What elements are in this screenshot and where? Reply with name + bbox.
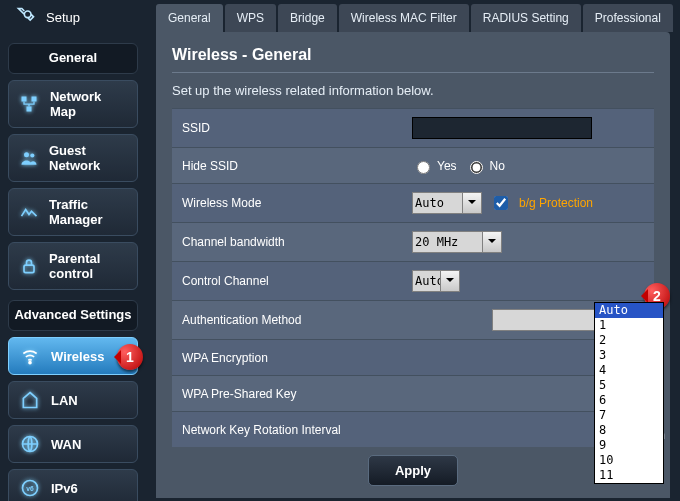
ssid-input[interactable] <box>412 117 592 139</box>
sidebar-section-general: General <box>8 43 138 74</box>
sidebar-item-parental-control[interactable]: Parental control <box>8 242 138 290</box>
tab-radius[interactable]: RADIUS Setting <box>471 4 581 32</box>
bandwidth-select[interactable]: 20 MHz <box>412 231 502 253</box>
control-channel-select[interactable]: Auto <box>412 270 460 292</box>
wpa-psk-label: WPA Pre-Shared Key <box>182 387 412 401</box>
svg-rect-2 <box>27 107 32 112</box>
bandwidth-label: Channel bandwidth <box>182 235 412 249</box>
sidebar-item-network-map[interactable]: Network Map <box>8 80 138 128</box>
svg-rect-5 <box>24 265 34 273</box>
dropdown-option[interactable]: Auto <box>595 303 663 318</box>
svg-text:v6: v6 <box>26 485 34 492</box>
wireless-icon <box>19 346 41 366</box>
hide-ssid-yes[interactable]: Yes <box>412 158 457 174</box>
sidebar-item-label: IPv6 <box>51 481 78 496</box>
row-wpa-encryption: WPA Encryption <box>172 339 654 375</box>
wpa-encryption-label: WPA Encryption <box>182 351 412 365</box>
svg-rect-1 <box>32 97 37 102</box>
row-hide-ssid: Hide SSID Yes No <box>172 147 654 183</box>
dropdown-option[interactable]: 2 <box>595 333 663 348</box>
sidebar-item-wireless[interactable]: Wireless 1 <box>8 337 138 375</box>
sidebar: Setup General Network Map Guest Network … <box>0 0 146 501</box>
dropdown-option[interactable]: 3 <box>595 348 663 363</box>
row-key-rotation: Network Key Rotation Interval <box>172 411 654 447</box>
dropdown-option[interactable]: 8 <box>595 423 663 438</box>
dropdown-option[interactable]: 10 <box>595 453 663 468</box>
dropdown-option[interactable]: 11 <box>595 468 663 483</box>
auth-method-label: Authentication Method <box>182 313 412 327</box>
sidebar-item-label: Traffic Manager <box>49 197 127 227</box>
sidebar-item-lan[interactable]: LAN <box>8 381 138 419</box>
row-wpa-psk: WPA Pre-Shared Key <box>172 375 654 411</box>
control-channel-label: Control Channel <box>182 274 412 288</box>
sidebar-item-guest-network[interactable]: Guest Network <box>8 134 138 182</box>
sidebar-item-label: LAN <box>51 393 78 408</box>
lan-icon <box>19 390 41 410</box>
wrench-icon <box>16 6 36 29</box>
apply-button[interactable]: Apply <box>368 455 458 486</box>
row-auth-method: Authentication Method <box>172 300 654 339</box>
apply-row: Apply <box>172 447 654 488</box>
dropdown-option[interactable]: 9 <box>595 438 663 453</box>
tab-mac-filter[interactable]: Wireless MAC Filter <box>339 4 469 32</box>
dropdown-option[interactable]: 4 <box>595 363 663 378</box>
control-channel-dropdown[interactable]: Auto 1 2 3 4 5 6 7 8 9 10 11 <box>594 302 664 484</box>
panel-description: Set up the wireless related information … <box>172 72 654 108</box>
row-wireless-mode: Wireless Mode Auto b/g Protection <box>172 183 654 222</box>
sidebar-item-label: Parental control <box>49 251 127 281</box>
sidebar-item-label: Wireless <box>51 349 104 364</box>
sidebar-item-ipv6[interactable]: v6 IPv6 <box>8 469 138 501</box>
wireless-mode-select[interactable]: Auto <box>412 192 482 214</box>
sidebar-item-label: Guest Network <box>49 143 127 173</box>
annotation-badge-1: 1 <box>117 344 143 370</box>
sidebar-item-label: WAN <box>51 437 81 452</box>
settings-panel: Wireless - General Set up the wireless r… <box>156 32 670 498</box>
hide-ssid-label: Hide SSID <box>182 159 412 173</box>
panel-title: Wireless - General <box>172 46 654 72</box>
ipv6-icon: v6 <box>19 478 41 498</box>
dropdown-option[interactable]: 1 <box>595 318 663 333</box>
tab-general[interactable]: General <box>156 4 223 32</box>
sidebar-item-traffic-manager[interactable]: Traffic Manager <box>8 188 138 236</box>
dropdown-option[interactable]: 5 <box>595 378 663 393</box>
sidebar-section-advanced: Advanced Settings <box>8 300 138 331</box>
tab-wps[interactable]: WPS <box>225 4 276 32</box>
guest-network-icon <box>19 148 39 168</box>
key-rotation-label: Network Key Rotation Interval <box>182 423 412 437</box>
tab-bridge[interactable]: Bridge <box>278 4 337 32</box>
hide-ssid-no[interactable]: No <box>465 158 505 174</box>
main-content: General WPS Bridge Wireless MAC Filter R… <box>146 0 680 501</box>
tabbar: General WPS Bridge Wireless MAC Filter R… <box>146 4 680 32</box>
network-map-icon <box>19 94 40 114</box>
row-channel-bandwidth: Channel bandwidth 20 MHz <box>172 222 654 261</box>
svg-point-4 <box>30 153 34 157</box>
dropdown-option[interactable]: 6 <box>595 393 663 408</box>
sidebar-item-wan[interactable]: WAN <box>8 425 138 463</box>
bg-protection-checkbox[interactable] <box>494 196 508 210</box>
setup-label: Setup <box>46 10 80 25</box>
parental-control-icon <box>19 256 39 276</box>
traffic-manager-icon <box>19 202 39 222</box>
dropdown-option[interactable]: 7 <box>595 408 663 423</box>
sidebar-item-setup[interactable]: Setup <box>8 4 138 35</box>
svg-point-3 <box>24 152 29 157</box>
tab-professional[interactable]: Professional <box>583 4 673 32</box>
row-control-channel: Control Channel Auto <box>172 261 654 300</box>
bg-protection-label: b/g Protection <box>519 196 593 210</box>
ssid-label: SSID <box>182 121 412 135</box>
wan-icon <box>19 434 41 454</box>
wireless-mode-label: Wireless Mode <box>182 196 412 210</box>
svg-point-6 <box>29 362 31 364</box>
row-ssid: SSID <box>172 108 654 147</box>
svg-rect-0 <box>22 97 27 102</box>
sidebar-item-label: Network Map <box>50 89 127 119</box>
